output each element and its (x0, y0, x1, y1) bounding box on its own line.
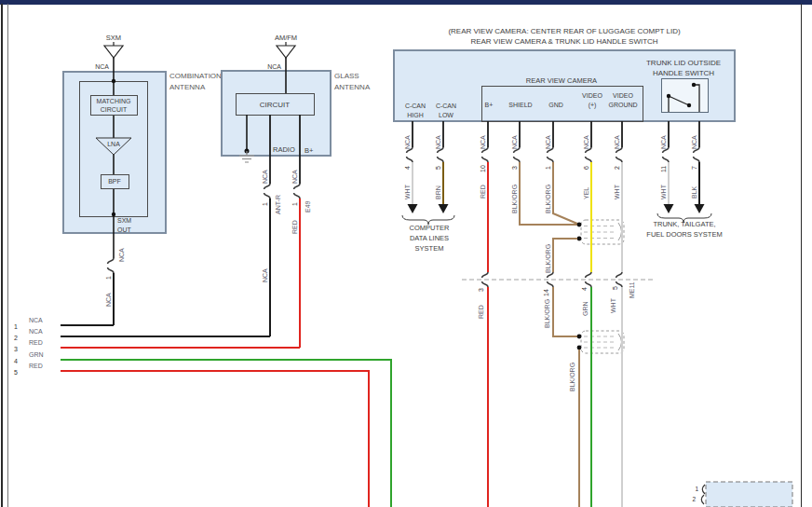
shield-bracket (618, 223, 622, 240)
wire-color-label: WHT (614, 184, 620, 199)
computer-system-label-1: COMPUTER (410, 224, 451, 232)
header-line-1: (REAR VIEW CAMERA: CENTER REAR OF LUGGAG… (448, 27, 681, 35)
radio-wire-upper-label: NCA (262, 170, 268, 184)
bus-label-1: NCA (29, 317, 43, 323)
connector-hook (701, 495, 704, 504)
combo-drop-upper-label: NCA (118, 248, 125, 262)
glass-antenna-name-1: GLASS (334, 72, 359, 80)
wire-color-label: BLK/ORG (511, 185, 518, 213)
amfm-antenna-icon (277, 42, 295, 58)
wire-pin: 7 (691, 166, 697, 170)
wire-label: NCA (480, 135, 486, 149)
wire-video-plus: NCA 6 YEL 4 GRN (581, 121, 591, 507)
arrow-down-icon (439, 204, 449, 213)
bplus-wire-upper-label: NCA (291, 170, 298, 184)
radio-wire-lower-label: NCA (262, 268, 268, 282)
bus-num-3: 3 (14, 346, 18, 352)
shielded-cable-symbol-upper: BLK/ORG 14 BLK/ORG (543, 220, 624, 336)
shielded-cable-symbol-lower: BLK/ORG (569, 331, 624, 507)
wire-video-ground: NCA 2 WHT 5 ME11 WHT (610, 121, 635, 507)
wire-color-label-lower: RED (478, 305, 484, 319)
wire-color-label-lower: BLK/ORG (544, 299, 550, 328)
wire-label: NCA (660, 135, 667, 149)
wire-pin: 2 (614, 166, 620, 170)
bus-label-5: RED (29, 363, 43, 369)
wire-label: NCA (404, 135, 411, 149)
wire-trunk-switch-right: NCA 7 BLK (691, 121, 705, 213)
ccan-high-label-1: C-CAN (405, 103, 426, 109)
rear-view-camera-title: REAR VIEW CAMERA (526, 76, 597, 85)
wire-label: NCA (435, 135, 441, 149)
glass-circuit-label: CIRCUIT (260, 101, 291, 109)
wire-label: NCA (614, 135, 620, 149)
wire-pin: 11 (660, 166, 667, 172)
wire-pin: 4 (404, 166, 411, 170)
me11-connector-name: ME11 (629, 281, 635, 298)
trunk-system-callout: TRUNK, TAILGATE, FUEL DOORS SYSTEM (646, 213, 722, 239)
wire-color-label: YEL (583, 187, 589, 199)
combo-drop-pin: 1 (105, 276, 112, 280)
bus-num-2: 2 (14, 335, 18, 341)
wire-trunk-switch-left: NCA 11 WHT (660, 121, 674, 213)
me11-pin-5: 5 (612, 286, 618, 290)
amfm-antenna-label: AM/FM (275, 34, 297, 42)
camera-pin-video-1: VIDEO (582, 92, 602, 99)
wire-label: NCA (511, 135, 518, 149)
radio-wire-pin: 1 (262, 202, 268, 206)
bpf-label: BPF (108, 178, 121, 185)
combination-antenna-name-1: COMBINATION (169, 72, 222, 80)
wire-gnd: NCA 1 BLK/ORG (545, 121, 577, 224)
combination-antenna-section: COMBINATION ANTENNA SXM NCA MATCHING CIR… (63, 34, 222, 325)
wiring-diagram-page: (REAR VIEW CAMERA: CENTER REAR OF LUGGAG… (0, 0, 812, 507)
matching-circuit-label-2: CIRCUIT (101, 106, 128, 113)
combo-drop-lower-label: NCA (105, 293, 112, 307)
sxm-out-label-1: SXM (117, 217, 131, 224)
wire-color-label: WHT (404, 184, 411, 199)
trunk-system-label-1: TRUNK, TAILGATE, (653, 220, 715, 228)
glass-antenna-name-2: ANTENNA (334, 83, 371, 91)
wire-ccan-low: NCA 5 BRN (435, 121, 449, 213)
wire-color-label-bottom: BLK/ORG (569, 363, 575, 391)
camera-pin-video-2: (+) (589, 102, 597, 109)
wiring-diagram-canvas: (REAR VIEW CAMERA: CENTER REAR OF LUGGAG… (0, 0, 812, 507)
bus-num-5: 5 (14, 369, 18, 376)
me11-pin-4: 4 (581, 287, 588, 291)
camera-pin-vgnd-1: VIDEO (613, 92, 633, 99)
header-line-2: REAR VIEW CAMERA & TRUNK LID HANDLE SWIT… (470, 37, 657, 46)
wire-color-label-lower: WHT (610, 297, 616, 313)
wire-color-label-lower: GRN (582, 301, 589, 316)
bottom-pin-2: 2 (692, 496, 696, 502)
trunk-switch-title-2: HANDLE SWITCH (653, 69, 714, 77)
camera-pin-shield: SHIELD (508, 102, 532, 108)
bplus-pin-label: B+ (304, 146, 314, 155)
wire-bplus-red: NCA 10 RED 3 RED (478, 121, 488, 507)
wire-label: NCA (545, 135, 551, 149)
trunk-switch-title-1: TRUNK LID OUTSIDE (646, 59, 721, 67)
combo-drop-wire: NCA 1 NCA (105, 248, 125, 325)
camera-pin-bplus: B+ (485, 102, 494, 108)
connector-hook (702, 485, 705, 494)
trunk-system-label-2: FUEL DOORS SYSTEM (646, 230, 722, 239)
sxm-antenna-icon (104, 42, 123, 58)
wire-pin: 3 (511, 166, 518, 170)
ccan-low-label-2: LOW (439, 112, 453, 118)
top-frame-bar (0, 0, 812, 5)
wire-color-label: BLK (691, 185, 697, 199)
wire-pin: 5 (435, 166, 441, 170)
bus-num-1: 1 (14, 323, 18, 330)
shield-bracket (618, 334, 622, 350)
bplus-wire-connector: E49 (304, 200, 311, 212)
wire-label: NCA (583, 135, 589, 149)
bplus-wire-pin: 1 (291, 202, 298, 206)
camera-switch-block: REAR VIEW CAMERA C-CAN HIGH C-CAN LOW B+… (394, 50, 735, 121)
arrow-down-icon (664, 204, 674, 213)
arrow-down-icon (695, 204, 705, 213)
amfm-top-wire-label: NCA (267, 63, 281, 70)
wire-label: NCA (691, 135, 697, 149)
shield-drain-color-label: BLK/ORG (545, 244, 551, 273)
bottom-right-connector: 1 2 (692, 482, 792, 507)
matching-circuit-label-1: MATCHING (97, 98, 131, 104)
wire-pin: 6 (583, 166, 589, 170)
computer-system-label-2: DATA LINES (410, 234, 449, 242)
arrow-down-icon (408, 204, 418, 213)
